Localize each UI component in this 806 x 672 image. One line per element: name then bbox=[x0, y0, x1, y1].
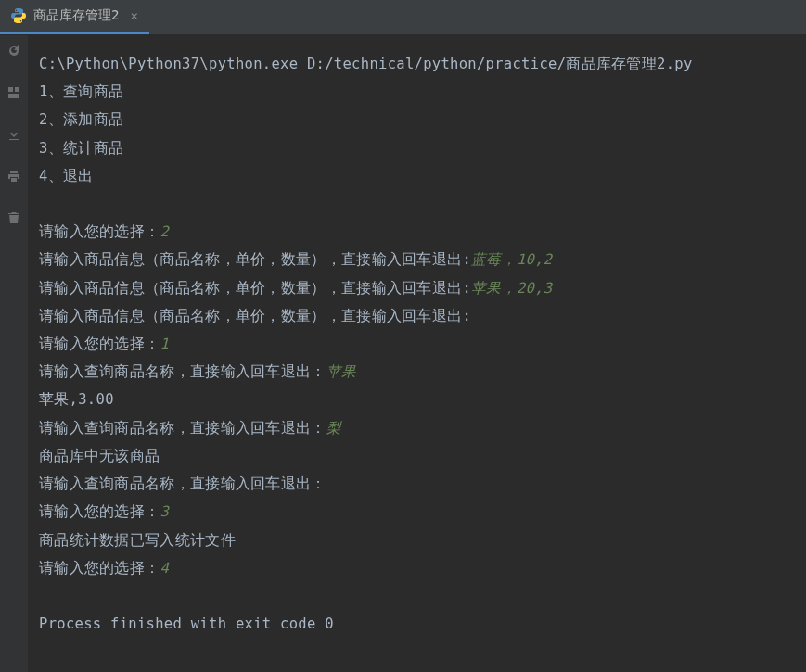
command-line: C:\Python\Python37\python.exe D:/technic… bbox=[39, 50, 795, 78]
trash-icon[interactable] bbox=[7, 211, 20, 227]
query-prompt-line: 请输入查询商品名称，直接输入回车退出：梨 bbox=[39, 414, 795, 442]
tab-active[interactable]: 商品库存管理2 × bbox=[0, 0, 149, 34]
close-icon[interactable]: × bbox=[130, 8, 137, 23]
choice-prompt-line: 请输入您的选择：3 bbox=[39, 498, 795, 526]
gutter bbox=[0, 35, 28, 672]
user-input: 梨 bbox=[326, 420, 341, 437]
stats-result: 商品统计数据已写入统计文件 bbox=[39, 526, 795, 554]
menu-item-4: 4、退出 bbox=[39, 162, 795, 190]
choice-prompt-line: 请输入您的选择：1 bbox=[39, 330, 795, 358]
user-input: 2 bbox=[160, 223, 169, 240]
menu-item-2: 2、添加商品 bbox=[39, 106, 795, 133]
menu-item-3: 3、统计商品 bbox=[39, 134, 795, 162]
layout-icon[interactable] bbox=[7, 86, 20, 102]
user-input: 蓝莓，10,2 bbox=[471, 251, 552, 268]
user-input: 4 bbox=[160, 560, 169, 577]
product-prompt-line: 请输入商品信息（商品名称，单价，数量），直接输入回车退出:蓝莓，10,2 bbox=[39, 246, 795, 273]
tab-bar: 商品库存管理2 × bbox=[0, 0, 806, 35]
query-result: 商品库中无该商品 bbox=[39, 442, 795, 470]
choice-prompt-line: 请输入您的选择：4 bbox=[39, 554, 795, 582]
menu-item-1: 1、查询商品 bbox=[39, 78, 795, 106]
user-input: 苹果，20,3 bbox=[471, 280, 552, 297]
tab-title: 商品库存管理2 bbox=[33, 7, 119, 24]
product-prompt-line: 请输入商品信息（商品名称，单价，数量），直接输入回车退出: bbox=[39, 302, 795, 330]
content-area: C:\Python\Python37\python.exe D:/technic… bbox=[0, 35, 806, 672]
python-icon bbox=[11, 8, 26, 23]
query-result: 苹果,3.00 bbox=[39, 386, 795, 413]
choice-prompt-line: 请输入您的选择：2 bbox=[39, 218, 795, 246]
exit-message: Process finished with exit code 0 bbox=[39, 610, 795, 638]
console-output[interactable]: C:\Python\Python37\python.exe D:/technic… bbox=[28, 35, 806, 672]
ide-window: 商品库存管理2 × C:\Python\Python37\python.exe … bbox=[0, 0, 806, 672]
download-icon[interactable] bbox=[7, 128, 20, 144]
query-prompt-line: 请输入查询商品名称，直接输入回车退出：苹果 bbox=[39, 358, 795, 386]
print-icon[interactable] bbox=[7, 170, 20, 185]
user-input: 1 bbox=[160, 336, 169, 352]
user-input: 3 bbox=[160, 503, 169, 520]
user-input: 苹果 bbox=[326, 363, 357, 380]
rerun-icon[interactable] bbox=[7, 44, 20, 60]
blank-line bbox=[39, 582, 795, 610]
product-prompt-line: 请输入商品信息（商品名称，单价，数量），直接输入回车退出:苹果，20,3 bbox=[39, 274, 795, 302]
query-prompt-line: 请输入查询商品名称，直接输入回车退出： bbox=[39, 470, 795, 498]
blank-line bbox=[39, 190, 795, 218]
